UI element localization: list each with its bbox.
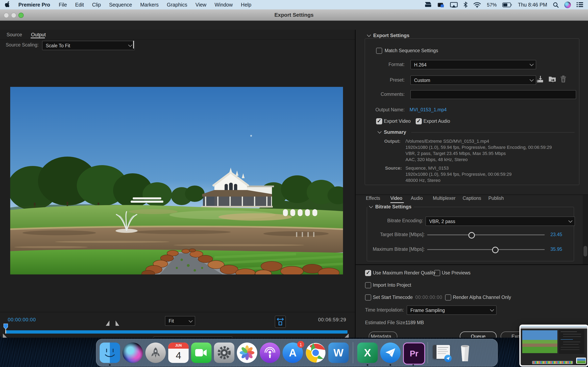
preset-dropdown[interactable]: Custom bbox=[410, 75, 536, 85]
use-previews-checkbox[interactable] bbox=[434, 270, 440, 276]
tab-effects[interactable]: Effects bbox=[366, 196, 380, 201]
menu-edit[interactable]: Edit bbox=[71, 2, 88, 8]
slider-knob[interactable] bbox=[492, 247, 499, 253]
apple-menu-icon[interactable] bbox=[0, 1, 14, 8]
menu-file[interactable]: File bbox=[55, 2, 71, 8]
import-into-project-checkbox[interactable] bbox=[365, 282, 371, 288]
target-bitrate-slider[interactable] bbox=[427, 234, 545, 235]
render-alpha-checkbox[interactable] bbox=[445, 294, 451, 300]
maximum-bitrate-slider[interactable] bbox=[427, 249, 545, 250]
spotlight-search-icon[interactable] bbox=[553, 2, 559, 8]
bitrate-settings-header[interactable]: Bitrate Settings bbox=[367, 204, 414, 210]
timeline-seekbar[interactable] bbox=[5, 330, 347, 334]
menu-view[interactable]: View bbox=[191, 2, 210, 8]
summary-output-label: Output: bbox=[384, 138, 400, 144]
dock-facetime-icon[interactable] bbox=[191, 342, 212, 363]
dock-siri-icon[interactable] bbox=[122, 342, 143, 363]
tab-audio[interactable]: Audio bbox=[411, 196, 423, 201]
time-interpolation-dropdown[interactable]: Frame Sampling bbox=[407, 305, 497, 315]
external-drive-icon[interactable] bbox=[425, 2, 432, 8]
start-timecode-value[interactable]: 00:00:00:00 bbox=[415, 295, 442, 300]
maximum-bitrate-value[interactable]: 35.95 bbox=[550, 247, 562, 252]
dock-chrome-icon[interactable] bbox=[305, 342, 326, 363]
bitrate-encoding-dropdown[interactable]: VBR, 2 pass bbox=[425, 217, 575, 226]
use-previews-label: Use Previews bbox=[442, 270, 471, 275]
export-audio-label: Export Audio bbox=[424, 119, 450, 124]
video-preview-frame bbox=[10, 87, 343, 275]
scrollbar-thumb[interactable] bbox=[584, 246, 587, 257]
range-start-handle[interactable] bbox=[3, 334, 7, 338]
summary-header[interactable]: Summary bbox=[376, 129, 408, 135]
tab-captions[interactable]: Captions bbox=[463, 196, 481, 201]
zoom-level-dropdown[interactable]: Fit bbox=[165, 316, 195, 326]
dock-finder-icon[interactable] bbox=[100, 342, 120, 363]
current-timecode[interactable]: 00:00:00:00 bbox=[8, 317, 36, 323]
set-in-point-icon[interactable] bbox=[106, 320, 109, 326]
export-audio-checkbox[interactable] bbox=[416, 118, 422, 124]
dock-launchpad-icon[interactable] bbox=[145, 342, 166, 363]
crop-output-button[interactable] bbox=[275, 316, 286, 328]
wifi-icon[interactable] bbox=[474, 2, 481, 8]
export-video-checkbox[interactable] bbox=[376, 118, 382, 124]
tab-multiplexer[interactable]: Multiplexer bbox=[433, 196, 456, 201]
save-preset-icon[interactable] bbox=[536, 75, 544, 84]
import-preset-icon[interactable] bbox=[548, 75, 557, 83]
dock-word-icon[interactable]: W bbox=[328, 342, 349, 363]
text-cursor bbox=[133, 41, 134, 49]
menu-clip[interactable]: Clip bbox=[88, 2, 105, 8]
delete-preset-icon[interactable] bbox=[560, 75, 567, 83]
menu-app-name[interactable]: Premiere Pro bbox=[14, 2, 55, 8]
source-scaling-dropdown[interactable]: Scale To Fit bbox=[42, 41, 135, 50]
screenshot-preview-thumbnail[interactable] bbox=[519, 325, 588, 367]
menu-help[interactable]: Help bbox=[237, 2, 255, 8]
summary-output-line: /Volumes/Extreme SSD/MVI_0153_1.mp4 bbox=[406, 138, 489, 144]
menubar-clock[interactable]: Thu 8:46 PM bbox=[518, 2, 547, 8]
menu-sequence[interactable]: Sequence bbox=[105, 2, 136, 8]
output-name-label: Output Name: bbox=[368, 107, 405, 112]
app-store-badge: 1 bbox=[297, 341, 304, 348]
slider-knob[interactable] bbox=[468, 232, 475, 239]
screen-mirroring-icon[interactable] bbox=[450, 2, 458, 8]
set-out-point-icon[interactable] bbox=[116, 320, 119, 326]
bitrate-encoding-label: Bitrate Encoding: bbox=[378, 218, 423, 223]
summary-source-label: Source: bbox=[385, 165, 402, 171]
menu-graphics[interactable]: Graphics bbox=[163, 2, 191, 8]
dock-spark-icon[interactable] bbox=[380, 342, 401, 363]
dock-photos-icon[interactable] bbox=[237, 342, 257, 363]
dock-minimized-window[interactable] bbox=[432, 342, 452, 363]
menu-markers[interactable]: Markers bbox=[136, 2, 163, 8]
tab-video[interactable]: Video bbox=[390, 196, 402, 201]
estimated-size-label: Estimated File Size: bbox=[365, 320, 406, 325]
queue-button[interactable]: Queue bbox=[460, 332, 497, 338]
tab-publish[interactable]: Publish bbox=[488, 196, 504, 201]
export-settings-header[interactable]: Export Settings bbox=[365, 33, 411, 38]
window-titlebar[interactable]: Export Settings bbox=[0, 9, 588, 21]
dock-system-preferences-icon[interactable] bbox=[214, 342, 234, 363]
calendar-day: 4 bbox=[168, 349, 189, 363]
set-start-timecode-checkbox[interactable] bbox=[365, 294, 371, 300]
target-bitrate-value[interactable]: 23.45 bbox=[550, 232, 562, 237]
output-name-link[interactable]: MVI_0153_1.mp4 bbox=[410, 107, 447, 112]
dock-app-store-icon[interactable]: A 1 bbox=[283, 342, 303, 363]
match-sequence-checkbox[interactable] bbox=[376, 48, 382, 54]
tab-output[interactable]: Output bbox=[29, 31, 47, 38]
metadata-button[interactable]: Metadata... bbox=[369, 332, 397, 338]
dock-excel-icon[interactable]: X bbox=[357, 342, 378, 363]
tab-source[interactable]: Source bbox=[5, 31, 24, 38]
range-end-handle[interactable] bbox=[344, 334, 349, 338]
menu-window[interactable]: Window bbox=[210, 2, 237, 8]
dock-premiere-pro-icon[interactable]: Pr bbox=[403, 342, 424, 363]
siri-icon[interactable] bbox=[564, 1, 571, 8]
camera-app-icon[interactable] bbox=[438, 2, 444, 8]
dock-trash-icon[interactable] bbox=[455, 342, 475, 363]
render-alpha-label: Render Alpha Channel Only bbox=[453, 295, 511, 300]
dock-calendar-icon[interactable]: JUN 4 bbox=[168, 342, 189, 363]
format-dropdown[interactable]: H.264 bbox=[410, 60, 536, 69]
use-max-render-quality-checkbox[interactable] bbox=[365, 270, 371, 276]
bluetooth-icon[interactable] bbox=[464, 2, 468, 8]
control-list-icon[interactable] bbox=[577, 2, 583, 7]
comments-input[interactable] bbox=[410, 90, 576, 99]
summary-output-line: 1920x1080 (1.0), 59.94 fps, Progressive,… bbox=[406, 144, 552, 150]
dock-podcasts-icon[interactable] bbox=[260, 342, 280, 363]
source-range-dropdown[interactable]: Sequence In/Out bbox=[154, 336, 232, 338]
